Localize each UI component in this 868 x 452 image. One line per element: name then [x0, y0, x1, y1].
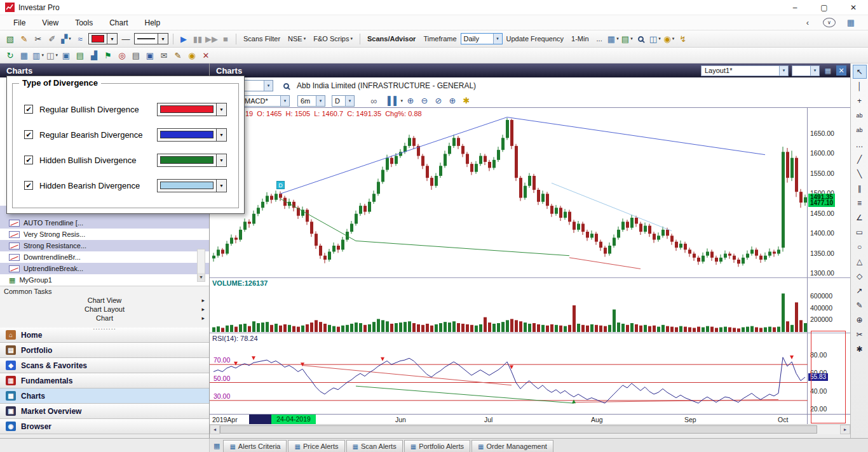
zoom-reset-icon[interactable]: ⊕	[446, 95, 459, 107]
find-scrip-icon[interactable]	[635, 32, 648, 45]
dropdown-arrow-icon[interactable]: ▼	[107, 34, 117, 44]
tab-bar-icon[interactable]: ▦	[214, 442, 220, 450]
chart-settings-icon[interactable]: ✱	[460, 95, 473, 107]
screens-icon-arrow[interactable]: ▾	[55, 53, 58, 58]
alerts-icon-arrow[interactable]: ▾	[672, 36, 675, 41]
chart-style-icon[interactable]: ▌▌▾	[388, 95, 403, 107]
flash-icon[interactable]: ↯	[677, 32, 689, 45]
scroll-down-icon[interactable]: ▼	[198, 273, 205, 281]
divergence-dialog[interactable]: Type of Divergence ✔Regular Bullish Dive…	[6, 76, 245, 214]
ellipse-tool[interactable]: ○	[853, 240, 867, 254]
menu-chart[interactable]: Chart	[101, 18, 136, 27]
line-width-icon[interactable]: —	[119, 32, 132, 45]
new-chart-icon[interactable]: ▧	[4, 32, 17, 45]
tab-alerts-criteria[interactable]: ▦Alerts Criteria	[223, 440, 287, 452]
scrollbar-track[interactable]	[220, 425, 840, 434]
line-style-dropdown[interactable]: ▼	[134, 33, 168, 44]
play-button[interactable]: ▶	[177, 32, 190, 45]
layout-grid-icon-arrow[interactable]: ▾	[41, 53, 44, 58]
multi-chart-icon[interactable]: ◫▾	[649, 32, 661, 45]
chart-hscrollbar[interactable]: ◂ ▸	[210, 424, 850, 434]
combo-arrow-icon[interactable]: ▾	[264, 81, 273, 91]
exit-icon[interactable]: ✕	[200, 49, 212, 62]
volume-axis[interactable]: 600000400000200000	[808, 278, 850, 333]
dropdown-arrow-icon[interactable]: ▼	[216, 180, 226, 192]
combo-arrow-icon[interactable]: ▾	[345, 96, 354, 106]
range-combo[interactable]: 6m ▾	[297, 95, 325, 107]
rsi-axis[interactable]: 80.0060.0040.0020.0055.83	[808, 333, 850, 414]
tree-item[interactable]: AUTO Trendline [...	[0, 217, 209, 229]
dropdown-arrow-icon[interactable]: ▼	[216, 154, 226, 166]
dropdown-circle-icon[interactable]: ∨	[823, 18, 836, 27]
scroll-right-icon[interactable]: ▸	[840, 425, 850, 434]
fo-scrips-dropdown[interactable]: F&O Scrips▾	[313, 35, 353, 43]
chart-type-select-icon[interactable]: ▞▾	[60, 32, 72, 45]
more-options[interactable]: ...	[597, 35, 602, 43]
channel-tool[interactable]: ∥	[853, 182, 867, 196]
dropdown-arrow-icon[interactable]: ▼	[158, 34, 168, 44]
tree-item[interactable]: DowntrendlineBr...	[0, 251, 209, 263]
add-table-icon-arrow[interactable]: ▾	[630, 36, 633, 41]
menu-help[interactable]: Help	[137, 18, 169, 27]
new-layout-icon-arrow[interactable]: ▾	[616, 36, 619, 41]
rectangle-tool[interactable]: ▭	[853, 225, 867, 239]
period-combo[interactable]: D ▾	[332, 95, 355, 107]
zoom-area-tool[interactable]: ⊕	[853, 313, 867, 327]
edit-chart-icon[interactable]: ✎	[18, 32, 31, 45]
flag-icon[interactable]: ⚑	[102, 49, 114, 62]
tab-price-alerts[interactable]: ▦Price Alerts	[288, 440, 344, 452]
search-icon[interactable]	[283, 83, 289, 89]
watchlist-icon[interactable]: ▤	[74, 49, 86, 62]
bar-chart-icon[interactable]: ▟	[88, 49, 100, 62]
chart-type-select-icon-arrow[interactable]: ▾	[69, 36, 71, 41]
menu-file[interactable]: File	[5, 18, 34, 27]
print-icon[interactable]: ▤	[130, 49, 142, 62]
refresh-icon[interactable]: ↻	[4, 49, 17, 62]
minimize-button[interactable]: –	[780, 0, 810, 15]
update-frequency-value[interactable]: 1-Min	[571, 35, 589, 43]
color-dropdown[interactable]: ▼	[157, 179, 227, 192]
volume-pane[interactable]: VOLUME:126137 600000400000200000	[210, 277, 850, 333]
zoom-off-icon[interactable]: ⊘	[432, 95, 445, 107]
fib-retracement-tool[interactable]: ≡	[853, 196, 867, 210]
checkbox[interactable]: ✔	[24, 130, 33, 139]
pointer-tool[interactable]: ↖	[853, 65, 867, 79]
label-tool[interactable]: ab	[853, 123, 867, 137]
price-axis[interactable]: 1650.001600.001550.001500.001450.001400.…	[808, 108, 850, 277]
exchange-dropdown[interactable]: NSE▾	[288, 35, 306, 43]
tree-item[interactable]: ▦MyGroup1	[0, 274, 209, 286]
combo-arrow-icon[interactable]: ▾	[280, 96, 289, 106]
checkbox[interactable]: ✔	[24, 105, 33, 114]
tab-order-management[interactable]: ▦Order Management	[471, 440, 553, 452]
link-icon[interactable]: ∞	[367, 95, 380, 107]
mini-chart-icon[interactable]: ▦	[844, 17, 857, 29]
save-icon[interactable]: ▣	[144, 49, 156, 62]
close-button[interactable]: ✕	[839, 0, 868, 15]
checkbox[interactable]: ✔	[24, 156, 33, 164]
nav-charts[interactable]: ▦Charts	[0, 389, 209, 404]
indicator-palette-icon[interactable]: ≈	[74, 32, 86, 45]
tool-settings[interactable]: ✱	[853, 342, 867, 356]
alarm-icon[interactable]: ◉	[186, 49, 198, 62]
screens-icon[interactable]: ◫▾	[46, 49, 58, 62]
combo-arrow-icon[interactable]: ▾	[810, 66, 819, 76]
color-dropdown[interactable]: ▼	[157, 103, 227, 116]
scrollbar-thumb[interactable]	[220, 425, 817, 434]
chart-style-icon-arrow[interactable]: ▾	[400, 98, 403, 103]
multi-chart-icon-arrow[interactable]: ▾	[658, 36, 661, 41]
scissors-tool[interactable]: ✂	[853, 328, 867, 342]
add-table-icon[interactable]: ▤▾	[621, 32, 634, 45]
common-task-chart[interactable]: Chart▸	[0, 314, 209, 323]
brush-tool[interactable]: ✎	[853, 298, 867, 312]
cut-tool-icon[interactable]: ✂	[32, 32, 44, 45]
combo-arrow-icon[interactable]: ▾	[493, 34, 502, 44]
target-icon[interactable]: ◎	[116, 49, 128, 62]
nav-portfolio[interactable]: ▤Portfolio	[0, 343, 209, 358]
nav-fundamentals[interactable]: ▥Fundamentals	[0, 373, 209, 389]
angle-line-tool[interactable]: ∠	[853, 211, 867, 225]
rsi-chart[interactable]	[210, 333, 808, 414]
checkbox[interactable]: ✔	[24, 181, 33, 190]
arrow-tool[interactable]: ↗	[853, 284, 867, 298]
nav-scans-favorites[interactable]: ◆Scans & Favorites	[0, 358, 209, 373]
step-forward-button[interactable]: ▶▶	[205, 32, 218, 45]
